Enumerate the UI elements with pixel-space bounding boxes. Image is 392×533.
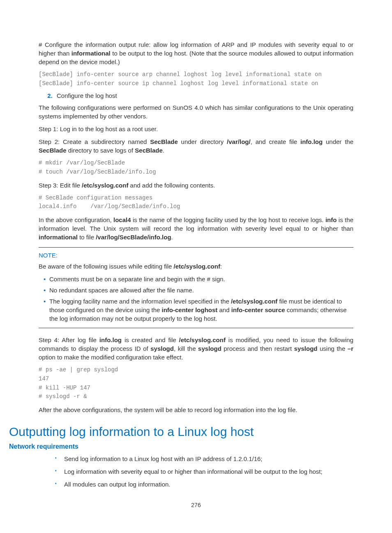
network-requirements-list: Send log information to a Linux log host… (39, 454, 353, 489)
note-bullets: Comments must be on a separate line and … (39, 275, 353, 323)
note-intro: Be aware of the following issues while e… (39, 262, 353, 271)
note-bullet: The logging facility name and the inform… (49, 297, 353, 323)
step4-paragraph: Step 4: After log file info.log is creat… (39, 336, 353, 362)
page-number: 276 (0, 502, 392, 508)
step1-paragraph: Step 1: Log in to the log host as a root… (39, 125, 353, 133)
requirement-item: Send log information to a Linux log host… (64, 454, 353, 463)
subsection-heading: Network requirements (9, 443, 353, 450)
explain-paragraph: In the above configuration, local4 is th… (39, 216, 353, 241)
note-bullet: No redundant spaces are allowed after th… (49, 286, 353, 294)
note-label: NOTE: (39, 251, 353, 260)
conclusion: After the above configurations, the syst… (39, 406, 353, 414)
paragraph-after-step2: The following configurations were perfor… (39, 103, 353, 121)
step3-paragraph: Step 3: Edit file /etc/syslog.conf and a… (39, 181, 353, 190)
section-heading: Outputting log information to a Linux lo… (9, 425, 353, 439)
code-block-4: # ps -ae | grep syslogd 147 # kill -HUP … (39, 366, 353, 401)
note-block: NOTE: Be aware of the following issues w… (39, 247, 353, 328)
config-rule-paragraph: # Configure the information output rule:… (39, 40, 353, 66)
code-block-1: [SecBlade] info-center source arp channe… (39, 70, 353, 88)
code-block-2: # mkdir /var/log/SecBlade # touch /var/l… (39, 159, 353, 176)
step-configure-log-host: Configure the log host (54, 92, 353, 99)
step2-paragraph: Step 2: Create a subdirectory named SecB… (39, 137, 353, 155)
code-block-3: # SecBlade configuration messages local4… (39, 194, 353, 211)
requirement-item: Log information with severity equal to o… (64, 467, 353, 476)
requirement-item: All modules can output log information. (64, 480, 353, 489)
note-bullet: Comments must be on a separate line and … (49, 275, 353, 283)
